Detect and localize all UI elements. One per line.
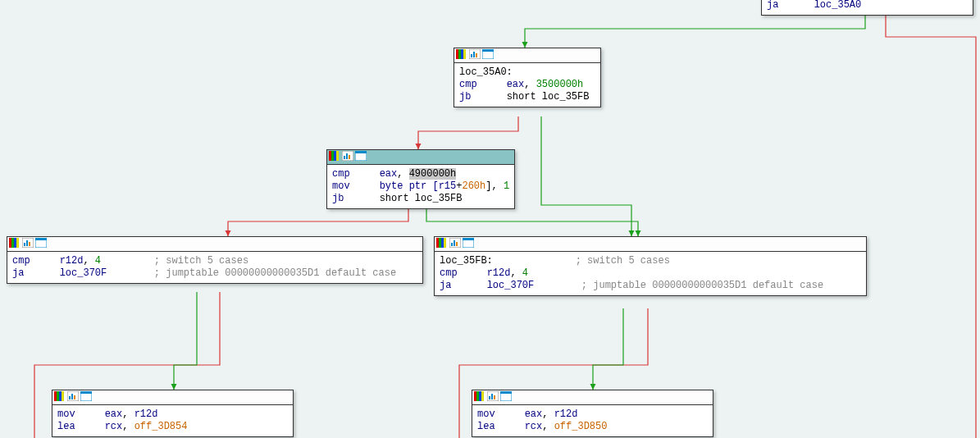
mnemonic: cmp: [440, 267, 458, 279]
mnemonic: mov: [57, 408, 75, 420]
node-header: [435, 237, 866, 252]
window-icon: [463, 238, 474, 251]
svg-rect-22: [14, 238, 16, 248]
target-label: short loc_35FB: [380, 193, 463, 204]
color-bars-icon: [456, 49, 467, 62]
chart-icon: [342, 151, 353, 164]
svg-rect-3: [463, 49, 466, 59]
svg-rect-49: [80, 391, 92, 394]
svg-rect-19: [355, 151, 367, 153]
svg-rect-23: [16, 238, 19, 248]
basic-block-bottom-left[interactable]: mov eax, r12d lea rcx, off_3D854: [52, 390, 294, 437]
mnemonic: jb: [459, 91, 471, 103]
mnemonic: mov: [477, 408, 495, 420]
svg-rect-11: [331, 151, 334, 161]
graph-canvas[interactable]: ja loc_35A0 loc_35A0: cmp eax, 3500000h …: [0, 0, 980, 438]
comment: ; switch 5 cases: [576, 255, 670, 267]
svg-rect-52: [479, 391, 481, 401]
register: r12d: [554, 408, 578, 420]
color-bars-icon: [9, 238, 21, 251]
svg-rect-40: [54, 391, 57, 401]
chart-icon: [469, 49, 481, 62]
color-bars-icon: [474, 391, 485, 404]
svg-rect-56: [491, 394, 493, 399]
basic-block-switch-left[interactable]: cmp r12d, 4 ; switch 5 cases ja loc_370F…: [7, 236, 423, 284]
node-header: [7, 237, 422, 252]
mnemonic: ja: [767, 0, 778, 11]
immediate: 4: [522, 267, 528, 279]
chart-icon: [22, 238, 34, 251]
basic-block-35A0[interactable]: loc_35A0: cmp eax, 3500000h jb short loc…: [454, 48, 601, 107]
register: r12d: [487, 267, 511, 279]
target-label: loc_35A0: [814, 0, 862, 11]
window-icon: [355, 151, 367, 164]
chart-icon: [487, 391, 499, 404]
register: rcx: [525, 421, 543, 432]
svg-rect-45: [69, 396, 71, 399]
svg-rect-9: [482, 49, 494, 52]
disasm-body: mov eax, r12d lea rcx, off_3D850: [472, 405, 713, 436]
svg-rect-2: [461, 49, 463, 59]
target-label: short loc_35FB: [507, 91, 590, 103]
target-label: loc_370F: [60, 267, 107, 279]
svg-rect-51: [476, 391, 479, 401]
comma: ,: [542, 421, 554, 432]
svg-rect-41: [57, 391, 59, 401]
svg-rect-47: [74, 395, 75, 399]
svg-rect-7: [476, 53, 477, 57]
mnemonic: jb: [332, 193, 344, 204]
svg-rect-37: [456, 242, 458, 246]
svg-rect-32: [441, 238, 444, 248]
loc-label: loc_35A0:: [459, 66, 513, 78]
svg-rect-13: [336, 151, 339, 161]
node-header: [472, 390, 713, 405]
register: eax: [380, 168, 398, 180]
immediate: 1: [504, 180, 509, 192]
comma: ,: [122, 421, 134, 432]
basic-block-top-partial[interactable]: ja loc_35A0: [761, 0, 973, 16]
node-header: [327, 150, 514, 165]
svg-rect-35: [451, 243, 453, 246]
svg-rect-5: [471, 54, 472, 57]
svg-rect-46: [71, 394, 73, 399]
svg-rect-27: [29, 242, 30, 246]
comma: ,: [510, 267, 522, 279]
register: eax: [105, 408, 123, 420]
svg-rect-50: [474, 391, 476, 401]
basic-block-bottom-right[interactable]: mov eax, r12d lea rcx, off_3D850: [472, 390, 713, 437]
immediate: 4: [95, 255, 101, 267]
register: eax: [525, 408, 543, 420]
offset: 260h: [462, 180, 485, 192]
register: eax: [507, 79, 525, 90]
svg-rect-42: [59, 391, 62, 401]
immediate: 3500000h: [536, 79, 584, 90]
comma: ,: [542, 408, 554, 420]
svg-rect-25: [24, 243, 25, 246]
color-bars-icon: [436, 238, 448, 251]
operand-suffix: ],: [485, 180, 504, 192]
svg-rect-0: [456, 49, 458, 59]
register: rcx: [105, 421, 123, 432]
svg-rect-15: [344, 156, 345, 159]
disasm-body: loc_35FB: ; switch 5 cases cmp r12d, 4 j…: [435, 252, 866, 295]
basic-block-35FB[interactable]: loc_35FB: ; switch 5 cases cmp r12d, 4 j…: [434, 236, 867, 296]
chart-icon: [67, 391, 79, 404]
svg-rect-10: [329, 151, 331, 161]
window-icon: [482, 49, 494, 62]
svg-rect-26: [26, 240, 28, 246]
svg-rect-33: [444, 238, 446, 248]
svg-rect-53: [481, 391, 484, 401]
register: r15: [439, 180, 457, 192]
svg-rect-17: [349, 155, 350, 159]
register: r12d: [60, 255, 84, 267]
svg-rect-29: [35, 238, 47, 240]
offset-label: off_3D850: [554, 421, 608, 432]
comment: ; switch 5 cases: [154, 255, 248, 267]
comma: ,: [397, 168, 403, 180]
window-icon: [35, 238, 47, 251]
basic-block-selected[interactable]: cmp eax, 4900000h mov byte ptr [r15+260h…: [326, 149, 515, 209]
svg-rect-55: [489, 396, 490, 399]
svg-rect-20: [9, 238, 11, 248]
node-header: [52, 390, 293, 405]
svg-rect-36: [454, 240, 455, 246]
